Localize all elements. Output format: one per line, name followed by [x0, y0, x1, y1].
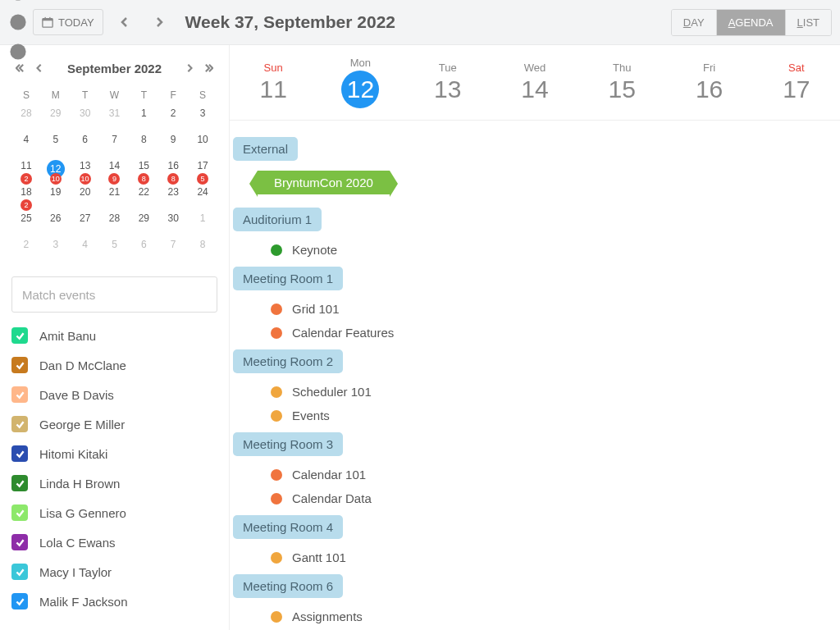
minical-day[interactable]: 182: [11, 185, 41, 211]
minical-day[interactable]: 2: [158, 106, 188, 132]
minical-day[interactable]: 24: [188, 185, 217, 211]
resource-filter-item[interactable]: George E Miller: [11, 416, 217, 432]
minical-event-count-badge: 10: [50, 173, 62, 185]
event-color-dot: [271, 410, 282, 422]
minical-day-number: 7: [112, 134, 117, 145]
event-color-dot: [271, 327, 282, 339]
week-day-column[interactable]: Fri16: [665, 45, 752, 120]
agenda-group-label[interactable]: Auditorium 1: [233, 208, 322, 231]
minical-day[interactable]: 1310: [71, 158, 100, 185]
minical-day[interactable]: 1210: [41, 158, 71, 185]
minical-day-number: 8: [141, 134, 147, 145]
week-day-column[interactable]: Sun11: [230, 45, 317, 120]
checkbox-icon: [11, 504, 28, 521]
minical-day[interactable]: 6: [71, 132, 100, 158]
svg-rect-5: [45, 17, 46, 20]
week-day-column[interactable]: Sat17: [753, 45, 840, 120]
minical-day[interactable]: 6: [129, 237, 158, 263]
minical-day[interactable]: 112: [11, 158, 41, 185]
view-day-button[interactable]: DAY: [672, 10, 717, 35]
agenda-group-label[interactable]: Meeting Room 4: [233, 515, 343, 539]
prev-week-button[interactable]: [112, 9, 138, 35]
minical-day[interactable]: 23: [158, 185, 188, 211]
minical-prev-year[interactable]: [11, 60, 28, 76]
minical-day[interactable]: 168: [158, 158, 188, 185]
week-day-column[interactable]: Tue13: [404, 45, 491, 120]
resource-filter-item[interactable]: Macy I Taylor: [11, 564, 217, 580]
agenda-event-row[interactable]: Assignments: [233, 605, 840, 628]
minical-day[interactable]: 28: [11, 106, 41, 132]
minical-day[interactable]: 4: [11, 132, 41, 158]
resource-filter-item[interactable]: Hitomi Kitaki: [11, 445, 217, 462]
minical-day[interactable]: 149: [100, 158, 130, 185]
week-day-column[interactable]: Mon12: [317, 45, 404, 120]
minical-day[interactable]: 31: [100, 106, 130, 132]
agenda-event-row[interactable]: Scheduler 101: [233, 380, 840, 404]
kebab-menu-icon[interactable]: [8, 11, 28, 34]
minical-day[interactable]: 7: [158, 237, 188, 263]
agenda-event-row[interactable]: Grid 101: [233, 297, 840, 321]
resource-filter-item[interactable]: Amit Banu: [11, 327, 217, 344]
resource-filter-item[interactable]: Lisa G Gennero: [11, 504, 217, 521]
agenda-event-row[interactable]: Keynote: [233, 238, 840, 262]
minical-day[interactable]: 21: [100, 185, 130, 211]
view-agenda-button[interactable]: AGENDA: [717, 10, 786, 35]
minical-day[interactable]: 1: [129, 106, 158, 132]
resource-filter-item[interactable]: Dave B Davis: [11, 386, 217, 403]
minical-day[interactable]: 20: [71, 185, 100, 211]
minical-day[interactable]: 29: [129, 211, 158, 237]
minical-next-month[interactable]: [181, 60, 198, 76]
minical-day[interactable]: 28: [100, 211, 130, 237]
agenda-group-label[interactable]: Meeting Room 1: [233, 267, 343, 290]
week-day-column[interactable]: Wed14: [491, 45, 578, 120]
resource-name: Hitomi Kitaki: [39, 447, 107, 461]
minical-day[interactable]: 5: [41, 132, 71, 158]
event-color-dot: [271, 493, 282, 504]
resource-filter-item[interactable]: Linda H Brown: [11, 475, 217, 491]
minical-day-number: 2: [171, 107, 176, 119]
minical-day[interactable]: 9: [158, 132, 188, 158]
minical-day[interactable]: 7: [100, 132, 130, 158]
agenda-group-label[interactable]: Meeting Room 3: [233, 432, 343, 456]
agenda-group-label[interactable]: Meeting Room 6: [233, 574, 343, 598]
minical-day[interactable]: 8: [129, 132, 158, 158]
minical-day[interactable]: 19: [41, 185, 71, 211]
minical-day[interactable]: 2: [11, 237, 41, 263]
minical-day[interactable]: 27: [71, 211, 100, 237]
minical-day[interactable]: 4: [71, 237, 100, 263]
minical-day-number: 17: [197, 160, 208, 171]
next-week-button[interactable]: [146, 9, 172, 35]
minical-day[interactable]: 10: [188, 132, 217, 158]
minical-day[interactable]: 30: [71, 106, 100, 132]
resource-filter-item[interactable]: Lola C Ewans: [11, 534, 217, 550]
agenda-event-row[interactable]: Gantt 101: [233, 546, 840, 569]
week-day-column[interactable]: Thu15: [578, 45, 665, 120]
resource-filter-item[interactable]: Dan D McClane: [11, 357, 217, 373]
agenda-event-row[interactable]: Calendar 101: [233, 463, 840, 486]
minical-day[interactable]: 26: [41, 211, 71, 237]
minical-day[interactable]: 3: [41, 237, 71, 263]
day-of-week-label: Fri: [703, 62, 715, 74]
view-list-button[interactable]: LIST: [786, 10, 831, 35]
agenda-event-row[interactable]: Events: [233, 404, 840, 427]
minical-next-year[interactable]: [201, 60, 217, 76]
resource-filter-item[interactable]: Malik F Jackson: [11, 593, 217, 609]
minical-day[interactable]: 8: [188, 237, 217, 263]
minical-day[interactable]: 5: [100, 237, 130, 263]
agenda-group-label[interactable]: Meeting Room 2: [233, 349, 343, 373]
agenda-event-row[interactable]: Calendar Data: [233, 486, 840, 510]
minical-day[interactable]: 25: [11, 211, 41, 237]
today-button[interactable]: TODAY: [33, 9, 103, 35]
minical-day[interactable]: 22: [129, 185, 158, 211]
minical-prev-month[interactable]: [31, 60, 48, 76]
minical-day[interactable]: 29: [41, 106, 71, 132]
filter-events-input[interactable]: [11, 276, 217, 313]
agenda-group-label[interactable]: External: [233, 137, 298, 161]
minical-day[interactable]: 3: [188, 106, 217, 132]
minical-day[interactable]: 30: [158, 211, 188, 237]
minical-day[interactable]: 175: [188, 158, 217, 185]
minical-day[interactable]: 158: [129, 158, 158, 185]
agenda-spanning-event[interactable]: BryntumCon 2020: [258, 171, 390, 194]
agenda-event-row[interactable]: Calendar Features: [233, 321, 840, 345]
minical-day[interactable]: 1: [188, 211, 217, 237]
